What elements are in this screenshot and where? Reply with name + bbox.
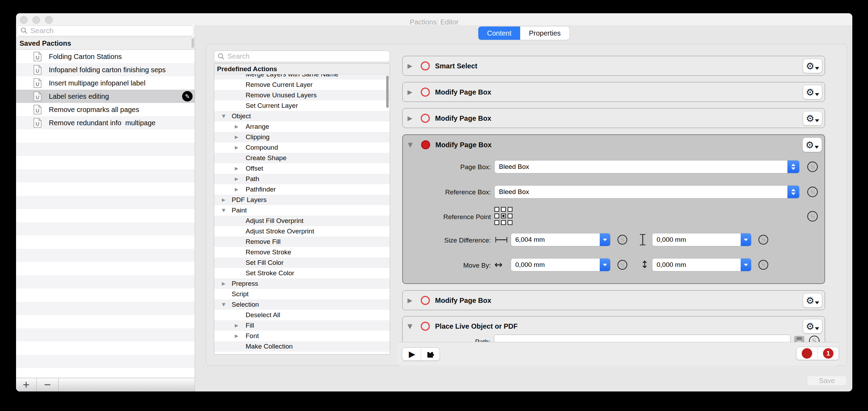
browse-file-icon[interactable]: [794, 336, 804, 342]
tree-row[interactable]: ▶Objects: [214, 352, 390, 354]
tree-row[interactable]: Deselect All: [214, 310, 390, 320]
action-block-modify-page-box[interactable]: ▶ Modify Page Box ⚙: [402, 290, 825, 310]
tree-row[interactable]: ▼Selection: [214, 299, 390, 310]
sidebar-scrollbar[interactable]: [192, 38, 194, 48]
s-badge-icon[interactable]: S: [758, 235, 768, 245]
disclosure-open-icon[interactable]: ▼: [222, 299, 225, 310]
disclosure-open-icon[interactable]: ▼: [407, 316, 412, 336]
reference-box-popup[interactable]: Bleed Box: [494, 185, 800, 199]
record-toggle-icon[interactable]: [421, 322, 430, 331]
action-block-modify-page-box-expanded[interactable]: ▼ Modify Page Box ⚙ Page Box: Bleed Box …: [402, 134, 825, 284]
disclosure-closed-icon[interactable]: ▶: [407, 291, 412, 310]
tree-scrollbar[interactable]: [386, 76, 389, 108]
size-difference-width-combo[interactable]: 6,004 mm: [511, 233, 611, 246]
record-toggle-icon[interactable]: [421, 140, 430, 149]
disclosure-closed-icon[interactable]: ▶: [222, 278, 225, 289]
saved-paction-row[interactable]: Insert multipage infopanel label: [16, 76, 195, 90]
tree-row[interactable]: Create Shape: [214, 153, 390, 163]
s-badge-icon[interactable]: S: [618, 260, 627, 270]
tree-row[interactable]: ▼Paint: [214, 205, 390, 216]
record-button[interactable]: [796, 347, 817, 360]
size-difference-height-combo[interactable]: 0,000 mm: [652, 233, 751, 246]
action-block-place-live-object[interactable]: ▼ Place Live Object or PDF ⚙ Path: S: [402, 316, 825, 342]
disclosure-closed-icon[interactable]: ▶: [235, 352, 238, 354]
tree-row[interactable]: ▶PDF Layers: [214, 195, 390, 205]
reference-point-grid[interactable]: [494, 207, 512, 225]
s-badge-icon[interactable]: S: [758, 260, 768, 270]
move-by-horizontal-combo[interactable]: 0,000 mm: [511, 258, 611, 271]
sidebar-search-input[interactable]: Search: [17, 25, 194, 36]
tab-properties[interactable]: Properties: [520, 27, 569, 40]
tree-row[interactable]: Script: [214, 289, 390, 299]
action-block-modify-page-box[interactable]: ▶ Modify Page Box ⚙: [402, 108, 825, 128]
disclosure-open-icon[interactable]: ▼: [408, 135, 413, 155]
disclosure-closed-icon[interactable]: ▶: [407, 82, 412, 102]
add-paction-button[interactable]: +: [16, 378, 36, 391]
remove-paction-button[interactable]: −: [37, 378, 58, 391]
tree-row[interactable]: ▶Offset: [214, 163, 390, 174]
s-badge-icon[interactable]: S: [809, 336, 820, 342]
disclosure-closed-icon[interactable]: ▶: [235, 331, 238, 341]
disclosure-closed-icon[interactable]: ▶: [407, 109, 412, 128]
record-count-button[interactable]: 1: [817, 347, 839, 360]
tree-row[interactable]: ▶Compound: [214, 142, 390, 153]
disclosure-closed-icon[interactable]: ▶: [235, 174, 238, 184]
tree-row[interactable]: ▼Object: [214, 111, 390, 121]
disclosure-closed-icon[interactable]: ▶: [407, 56, 412, 76]
tree-row[interactable]: Set Stroke Color: [214, 268, 390, 278]
s-badge-icon[interactable]: S: [807, 187, 818, 197]
tree-row[interactable]: ▶Path: [214, 174, 390, 184]
record-toggle-icon[interactable]: [421, 88, 430, 97]
disclosure-closed-icon[interactable]: ▶: [235, 121, 238, 132]
block-gear-menu-button[interactable]: ⚙: [802, 137, 822, 152]
tree-row[interactable]: Set Current Layer: [214, 100, 390, 111]
tree-row[interactable]: ▶Pathfinder: [214, 184, 390, 195]
tree-row[interactable]: Remove Stroke: [214, 247, 390, 257]
s-badge-icon[interactable]: S: [807, 162, 818, 172]
path-input[interactable]: [494, 335, 791, 342]
record-toggle-icon[interactable]: [421, 114, 430, 123]
tree-row[interactable]: ▶Prepress: [214, 278, 390, 289]
tree-row[interactable]: Adjust Fill Overprint: [214, 216, 390, 226]
block-gear-menu-button[interactable]: ⚙: [803, 319, 822, 334]
disclosure-closed-icon[interactable]: ▶: [235, 163, 238, 174]
tree-row[interactable]: Remove Unused Layers: [214, 90, 390, 100]
tree-row[interactable]: Remove Current Layer: [214, 80, 390, 90]
tree-row[interactable]: Make Collection: [214, 341, 390, 352]
saved-paction-row[interactable]: Folding Carton Stations: [16, 50, 195, 63]
tab-content[interactable]: Content: [478, 27, 520, 40]
disclosure-open-icon[interactable]: ▼: [222, 111, 225, 121]
page-box-popup[interactable]: Bleed Box: [494, 160, 800, 173]
saved-paction-row[interactable]: Label series editing✎: [16, 90, 195, 103]
saved-paction-row[interactable]: Infopanel folding carton finishing seps: [16, 63, 195, 76]
tree-row[interactable]: ▶Arrange: [214, 121, 390, 132]
s-badge-icon[interactable]: S: [618, 235, 627, 245]
block-gear-menu-button[interactable]: ⚙: [803, 293, 822, 308]
block-gear-menu-button[interactable]: ⚙: [803, 85, 822, 99]
record-toggle-icon[interactable]: [421, 61, 430, 70]
action-block-smart-select[interactable]: ▶ Smart Select ⚙: [402, 56, 825, 76]
actions-search-input[interactable]: Search: [214, 51, 390, 62]
tree-row[interactable]: ▶Font: [214, 331, 390, 341]
saved-paction-row[interactable]: Remove redundant info multipage: [16, 116, 195, 129]
s-badge-icon[interactable]: S: [807, 211, 818, 222]
disclosure-closed-icon[interactable]: ▶: [235, 184, 238, 195]
save-button[interactable]: Save: [807, 376, 847, 386]
block-gear-menu-button[interactable]: ⚙: [803, 59, 822, 73]
action-block-modify-page-box[interactable]: ▶ Modify Page Box ⚙: [402, 82, 825, 102]
block-gear-menu-button[interactable]: ⚙: [803, 111, 822, 126]
play-button[interactable]: ▶: [402, 348, 421, 360]
saved-paction-row[interactable]: Remove cropmarks all pages: [16, 103, 195, 116]
disclosure-closed-icon[interactable]: ▶: [235, 142, 238, 153]
disclosure-closed-icon[interactable]: ▶: [222, 195, 225, 205]
tree-row[interactable]: Set Fill Color: [214, 257, 390, 268]
disclosure-open-icon[interactable]: ▼: [222, 205, 225, 216]
tree-row[interactable]: ▶Clipping: [214, 132, 390, 142]
disclosure-closed-icon[interactable]: ▶: [235, 132, 238, 142]
tree-row[interactable]: ▶Fill: [214, 320, 390, 331]
record-toggle-icon[interactable]: [421, 296, 430, 305]
plugin-button[interactable]: [421, 348, 440, 360]
disclosure-closed-icon[interactable]: ▶: [235, 320, 238, 331]
tree-row[interactable]: Adjust Stroke Overprint: [214, 226, 390, 237]
move-by-vertical-combo[interactable]: 0,000 mm: [652, 258, 751, 271]
